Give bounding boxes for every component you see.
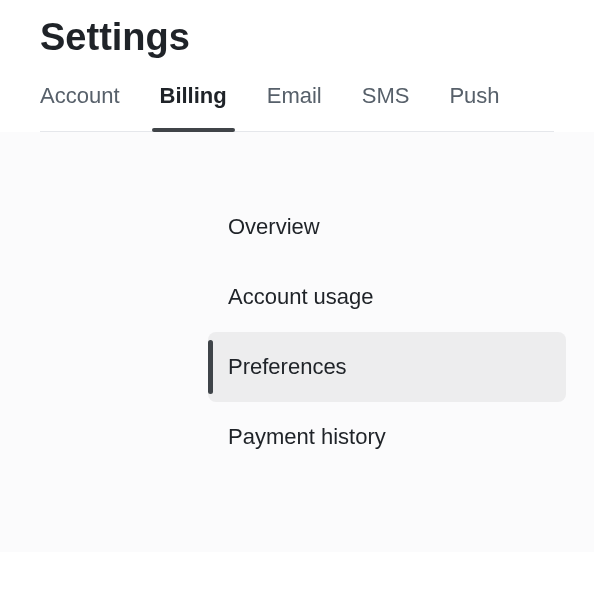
subnav: Overview Account usage Preferences Payme… [208,192,566,472]
tab-push[interactable]: Push [449,83,499,131]
header: Settings Account Billing Email SMS Push [0,0,594,132]
tab-email[interactable]: Email [267,83,322,131]
tab-sms[interactable]: SMS [362,83,410,131]
tab-billing[interactable]: Billing [160,83,227,131]
tabs: Account Billing Email SMS Push [40,83,554,132]
subnav-payment-history[interactable]: Payment history [208,402,566,472]
tab-account[interactable]: Account [40,83,120,131]
subnav-account-usage[interactable]: Account usage [208,262,566,332]
content-area: Overview Account usage Preferences Payme… [0,132,594,552]
page-title: Settings [40,16,554,59]
subnav-preferences[interactable]: Preferences [208,332,566,402]
subnav-overview[interactable]: Overview [208,192,566,262]
